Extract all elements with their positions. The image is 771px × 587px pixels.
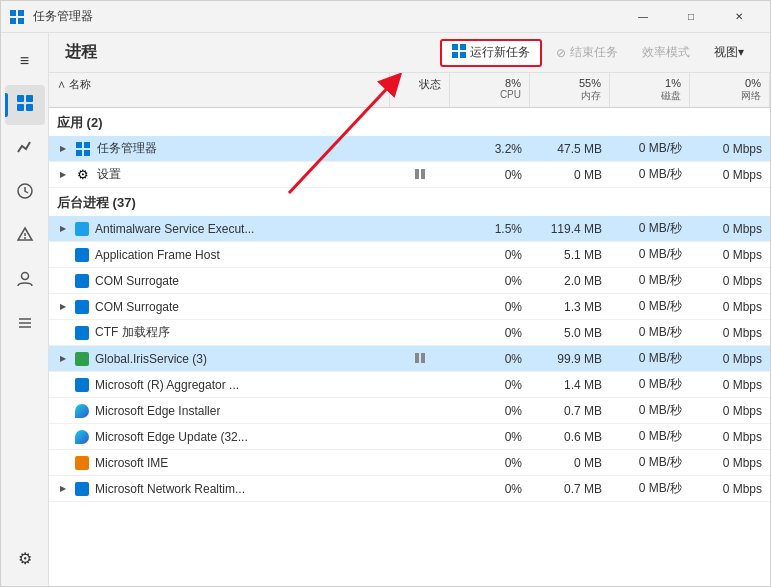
sidebar-item-history[interactable]: [5, 173, 45, 213]
users-icon: [16, 270, 34, 292]
task-manager-label: 任务管理器: [97, 140, 157, 157]
run-new-task-button[interactable]: 运行新任务: [440, 39, 542, 67]
col-status[interactable]: 状态: [390, 73, 450, 107]
col-memory[interactable]: 55% 内存: [530, 73, 610, 107]
com1-icon: [75, 274, 89, 288]
svg-rect-3: [18, 18, 24, 24]
ime-network: 0 Mbps: [690, 454, 770, 472]
process-row-appframe[interactable]: ▶ Application Frame Host 0% 5.1 MB 0 MB/…: [49, 242, 770, 268]
task-manager-disk: 0 MB/秒: [610, 138, 690, 159]
col-cpu[interactable]: 8% CPU: [450, 73, 530, 107]
com1-memory: 2.0 MB: [530, 272, 610, 290]
process-row-edge-update[interactable]: ▶ Microsoft Edge Update (32... 0% 0.6 MB…: [49, 424, 770, 450]
ctf-disk: 0 MB/秒: [610, 322, 690, 343]
com1-cpu: 0%: [450, 272, 530, 290]
aggregator-cpu: 0%: [450, 376, 530, 394]
col-name-sort-icon: ∧: [57, 78, 66, 90]
iris-disk: 0 MB/秒: [610, 348, 690, 369]
task-manager-icon: [75, 141, 91, 157]
network-realtime-icon: [75, 482, 89, 496]
iris-label: Global.IrisService (3): [95, 352, 207, 366]
settings-memory: 0 MB: [530, 166, 610, 184]
close-button[interactable]: ✕: [716, 1, 762, 33]
task-manager-cpu: 3.2%: [450, 140, 530, 158]
col-network[interactable]: 0% 网络: [690, 73, 770, 107]
process-name-appframe: ▶ Application Frame Host: [49, 246, 390, 264]
process-row-antimalware[interactable]: ▶ Antimalware Service Execut... 1.5% 119…: [49, 216, 770, 242]
sidebar-item-performance[interactable]: [5, 129, 45, 169]
process-row-edge-installer[interactable]: ▶ Microsoft Edge Installer 0% 0.7 MB 0 M…: [49, 398, 770, 424]
section-apps: 应用 (2): [49, 108, 770, 136]
efficiency-mode-button[interactable]: 效率模式: [632, 39, 700, 67]
process-name-settings: ▶ ⚙ 设置: [49, 164, 390, 185]
edge-installer-disk: 0 MB/秒: [610, 400, 690, 421]
svg-rect-2: [10, 18, 16, 24]
iris-network: 0 Mbps: [690, 350, 770, 368]
task-manager-window: 任务管理器 — □ ✕ ≡: [0, 0, 771, 587]
edge-update-cpu: 0%: [450, 428, 530, 446]
process-row-com2[interactable]: ▶ COM Surrogate 0% 1.3 MB 0 MB/秒 0 Mbps: [49, 294, 770, 320]
process-row-ime[interactable]: ▶ Microsoft IME 0% 0 MB 0 MB/秒 0 Mbps: [49, 450, 770, 476]
process-name-ime: ▶ Microsoft IME: [49, 454, 390, 472]
process-row-com1[interactable]: ▶ COM Surrogate 0% 2.0 MB 0 MB/秒 0 Mbps: [49, 268, 770, 294]
process-name-aggregator: ▶ Microsoft (R) Aggregator ...: [49, 376, 390, 394]
app-icon: [9, 9, 25, 25]
edge-installer-status: [390, 409, 450, 413]
process-table: ∧ 名称 状态 8% CPU 55% 内存 1%: [49, 73, 770, 586]
process-name-ctf: ▶ CTF 加载程序: [49, 322, 390, 343]
sidebar-item-hamburger[interactable]: ≡: [5, 41, 45, 81]
antimalware-icon: [75, 222, 89, 236]
maximize-button[interactable]: □: [668, 1, 714, 33]
appframe-memory: 5.1 MB: [530, 246, 610, 264]
iris-memory: 99.9 MB: [530, 350, 610, 368]
com2-memory: 1.3 MB: [530, 298, 610, 316]
end-task-label: 结束任务: [570, 44, 618, 61]
window-controls: — □ ✕: [620, 1, 762, 33]
end-task-icon: ⊘: [556, 46, 566, 60]
expand-icon-network[interactable]: ▶: [57, 483, 69, 495]
process-name-com1: ▶ COM Surrogate: [49, 272, 390, 290]
col-name[interactable]: ∧ 名称: [49, 73, 390, 107]
sidebar-item-settings[interactable]: ⚙: [5, 538, 45, 578]
sidebar-item-users[interactable]: [5, 261, 45, 301]
sidebar: ≡: [1, 33, 49, 586]
iris-icon: [75, 352, 89, 366]
process-name-edge-installer: ▶ Microsoft Edge Installer: [49, 402, 390, 420]
svg-point-12: [21, 273, 28, 280]
title-bar-left: 任务管理器: [9, 8, 93, 25]
com2-disk: 0 MB/秒: [610, 296, 690, 317]
process-row-network-realtime[interactable]: ▶ Microsoft Network Realtim... 0% 0.7 MB…: [49, 476, 770, 502]
expand-icon-com2[interactable]: ▶: [57, 301, 69, 313]
process-row-aggregator[interactable]: ▶ Microsoft (R) Aggregator ... 0% 1.4 MB…: [49, 372, 770, 398]
col-disk[interactable]: 1% 磁盘: [610, 73, 690, 107]
iris-status: [390, 349, 450, 369]
run-new-task-container: 运行新任务: [440, 39, 542, 67]
startup-icon: [16, 226, 34, 248]
appframe-network: 0 Mbps: [690, 246, 770, 264]
expand-icon-settings[interactable]: ▶: [57, 169, 69, 181]
aggregator-memory: 1.4 MB: [530, 376, 610, 394]
hamburger-icon: ≡: [20, 52, 29, 70]
com2-status: [390, 305, 450, 309]
minimize-button[interactable]: —: [620, 1, 666, 33]
process-row-iris[interactable]: ▶ Global.IrisService (3) 0% 99.9 MB 0 MB…: [49, 346, 770, 372]
expand-icon-antimalware[interactable]: ▶: [57, 223, 69, 235]
appframe-icon: [75, 248, 89, 262]
active-indicator: [5, 93, 8, 117]
sidebar-item-processes[interactable]: [5, 85, 45, 125]
svg-rect-17: [460, 44, 466, 50]
end-task-button[interactable]: ⊘ 结束任务: [546, 39, 628, 67]
sidebar-item-details[interactable]: [5, 305, 45, 345]
ctf-memory: 5.0 MB: [530, 324, 610, 342]
process-row-settings[interactable]: ▶ ⚙ 设置 0% 0 MB 0 MB/秒: [49, 162, 770, 188]
svg-rect-6: [17, 104, 24, 111]
expand-icon-iris[interactable]: ▶: [57, 353, 69, 365]
sidebar-item-startup[interactable]: [5, 217, 45, 257]
process-row-ctf[interactable]: ▶ CTF 加载程序 0% 5.0 MB 0 MB/秒 0 Mbps: [49, 320, 770, 346]
appframe-status: [390, 253, 450, 257]
expand-icon[interactable]: ▶: [57, 143, 69, 155]
view-button[interactable]: 视图▾: [704, 39, 754, 67]
ctf-status: [390, 331, 450, 335]
process-row-task-manager[interactable]: ▶ 任务管理器 3.2% 47.5 MB: [49, 136, 770, 162]
appframe-label: Application Frame Host: [95, 248, 220, 262]
